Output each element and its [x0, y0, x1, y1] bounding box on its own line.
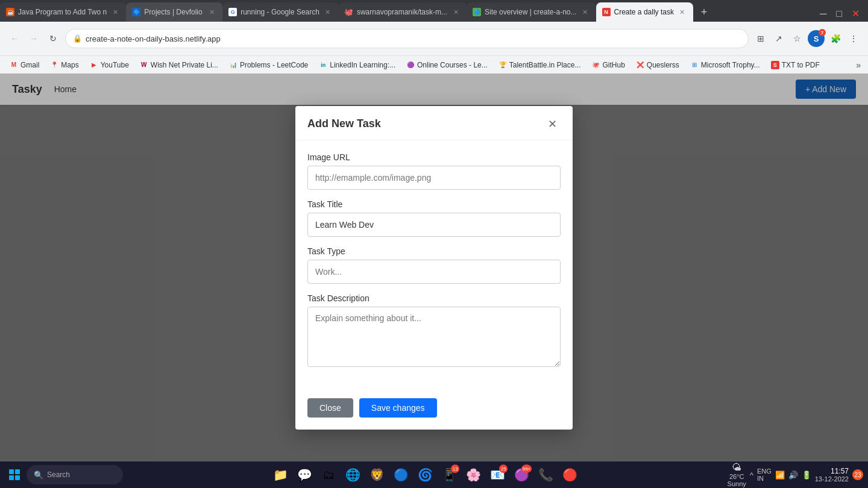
tab-1[interactable]: ☕ Java Program to Add Two n ✕	[0, 2, 126, 22]
extensions-icon[interactable]: 🧩	[828, 31, 843, 46]
bookmark-talentbattle[interactable]: 🏆 TalentBattle.in Place...	[494, 60, 586, 70]
menu-icon[interactable]: ⋮	[846, 31, 861, 46]
taskbar-app-mail[interactable]: 📧 25	[486, 463, 509, 486]
volume-icon[interactable]: 🔊	[788, 471, 798, 480]
back-button[interactable]: ←	[7, 31, 22, 46]
taskbar-app-unknown1[interactable]: 🌸	[462, 463, 485, 486]
tab-6-title: Create a dally task	[614, 8, 674, 16]
tab-5-favicon: 🔷	[473, 8, 481, 16]
reload-button[interactable]: ↻	[46, 31, 60, 46]
bookmark-leetcode-label: Problems - LeetCode	[240, 61, 308, 69]
bookmark-queslerss-label: Queslerss	[647, 61, 679, 69]
tab-5-close[interactable]: ✕	[580, 7, 590, 17]
onlinecourses-favicon: 🟣	[406, 61, 415, 69]
bookmark-wishnet-label: Wish Net Private Li...	[151, 61, 218, 69]
modal-overlay[interactable]: Add New Task ✕ Image URL Task Title Task…	[0, 74, 868, 461]
battery-icon[interactable]: 🔋	[802, 471, 811, 480]
bookmark-youtube[interactable]: ▶ YouTube	[85, 60, 134, 70]
linkedin-favicon: in	[319, 61, 327, 69]
save-changes-button[interactable]: Save changes	[359, 398, 437, 418]
bookmark-queslerss[interactable]: ❌ Queslerss	[631, 60, 684, 70]
task-title-input[interactable]	[307, 213, 561, 237]
url-bar[interactable]: 🔒 create-a-note-on-daily-basis.netlify.a…	[65, 29, 749, 48]
windows-logo	[9, 469, 20, 480]
notification-badge[interactable]: 23	[852, 469, 863, 480]
taskbar-app-brave[interactable]: 🦁	[365, 463, 388, 486]
clock-time: 11:57	[815, 467, 849, 475]
image-url-group: Image URL	[307, 152, 561, 190]
lock-icon: 🔒	[73, 34, 82, 43]
bookmark-youtube-label: YouTube	[101, 61, 129, 69]
bookmark-txttopdf[interactable]: S TXT to PDF	[766, 60, 825, 70]
taskbar-app-whatsapp[interactable]: 📱 13	[438, 463, 461, 486]
taskbar: 🔍 Search 📁 💬 🗂 🌐 🦁 🔵 🌀	[0, 461, 868, 488]
wifi-icon[interactable]: 📶	[775, 471, 785, 480]
share-icon[interactable]: ↗	[772, 31, 786, 46]
taskbar-app-chrome[interactable]: 🌀	[414, 463, 436, 486]
weather-desc: Sunny	[728, 480, 746, 487]
taskbar-app-vscode[interactable]: 🔵	[389, 463, 412, 486]
talentbattle-favicon: 🏆	[498, 61, 507, 69]
bookmark-github[interactable]: 🐙 GitHub	[587, 60, 629, 70]
start-button[interactable]	[5, 465, 24, 484]
github-favicon: 🐙	[591, 61, 600, 69]
bookmark-microsoft[interactable]: ⊞ Microsoft Trophy...	[685, 60, 765, 70]
tab-1-close[interactable]: ✕	[110, 7, 120, 17]
close-button[interactable]: ✕	[848, 7, 863, 20]
tab-6-close[interactable]: ✕	[678, 7, 687, 17]
bookmark-wishnet[interactable]: W Wish Net Private Li...	[135, 60, 223, 70]
task-type-input[interactable]	[307, 260, 561, 284]
translate-icon[interactable]: ⊞	[753, 31, 768, 46]
bookmark-gmail[interactable]: M Gmail	[5, 60, 44, 70]
bookmark-icon[interactable]: ☆	[790, 31, 804, 46]
clock[interactable]: 11:57 13-12-2022	[815, 467, 849, 483]
tab-5[interactable]: 🔷 Site overview | create-a-no... ✕	[467, 2, 596, 22]
image-url-input[interactable]	[307, 166, 561, 190]
modal-close-button[interactable]: ✕	[544, 116, 561, 133]
taskbar-app-chat[interactable]: 💬	[293, 463, 316, 486]
chevron-icon[interactable]: ^	[750, 471, 753, 480]
tab-4-favicon: 🐙	[345, 8, 353, 16]
taskbar-app-folder[interactable]: 🗂	[317, 463, 340, 486]
bookmark-maps[interactable]: 📍 Maps	[45, 60, 83, 70]
maximize-button[interactable]: □	[832, 7, 846, 20]
taskbar-app-edge[interactable]: 🌐	[341, 463, 364, 486]
weather-icon: 🌤	[732, 462, 741, 473]
tab-6[interactable]: N Create a dally task ✕	[596, 2, 693, 22]
bookmark-gmail-label: Gmail	[20, 61, 39, 69]
tab-3-title: running - Google Search	[241, 8, 319, 16]
address-bar: ← → ↻ 🔒 create-a-note-on-daily-basis.net…	[0, 22, 868, 55]
bookmark-github-label: GitHub	[602, 61, 624, 69]
taskbar-search-box[interactable]: 🔍 Search	[27, 465, 123, 484]
task-type-label: Task Type	[307, 246, 561, 256]
bookmark-linkedin[interactable]: in LinkedIn Learning:...	[314, 60, 400, 70]
tab-3[interactable]: G running - Google Search ✕	[222, 2, 339, 22]
tab-4-close[interactable]: ✕	[451, 7, 461, 17]
tab-6-favicon: N	[602, 8, 611, 16]
weather-widget[interactable]: 🌤 26°C Sunny	[728, 462, 746, 487]
add-task-modal: Add New Task ✕ Image URL Task Title Task…	[295, 106, 573, 430]
taskbar-app-teams2[interactable]: 📞	[534, 463, 557, 486]
profile-badge: 7	[819, 29, 826, 36]
wishnet-favicon: W	[140, 61, 148, 69]
bookmark-onlinecourses[interactable]: 🟣 Online Courses - Le...	[401, 60, 492, 70]
taskbar-app-office[interactable]: 🔴	[558, 463, 581, 486]
close-button[interactable]: Close	[307, 398, 353, 418]
tab-4[interactable]: 🐙 swarnavopramanik/task-m... ✕	[339, 2, 467, 22]
tab-2-close[interactable]: ✕	[207, 7, 216, 17]
image-url-label: Image URL	[307, 152, 561, 162]
forward-button[interactable]: →	[27, 31, 41, 46]
microsoft-favicon: ⊞	[690, 61, 699, 69]
task-desc-label: Task Description	[307, 293, 561, 303]
minimize-button[interactable]: ─	[816, 7, 830, 20]
taskbar-app-teams[interactable]: 🟣 99+	[510, 463, 533, 486]
tab-3-close[interactable]: ✕	[323, 7, 333, 17]
task-desc-textarea[interactable]	[307, 307, 561, 367]
bookmark-leetcode[interactable]: 📊 Problems - LeetCode	[224, 60, 313, 70]
profile-icon[interactable]: S 7	[808, 30, 825, 47]
taskbar-app-fileexplorer[interactable]: 📁	[269, 463, 292, 486]
bookmarks-more-button[interactable]: »	[854, 59, 863, 71]
new-tab-button[interactable]: +	[696, 4, 712, 20]
browser-frame: ☕ Java Program to Add Two n ✕ 🔷 Projects…	[0, 0, 868, 488]
tab-2[interactable]: 🔷 Projects | Devfolio ✕	[126, 2, 222, 22]
